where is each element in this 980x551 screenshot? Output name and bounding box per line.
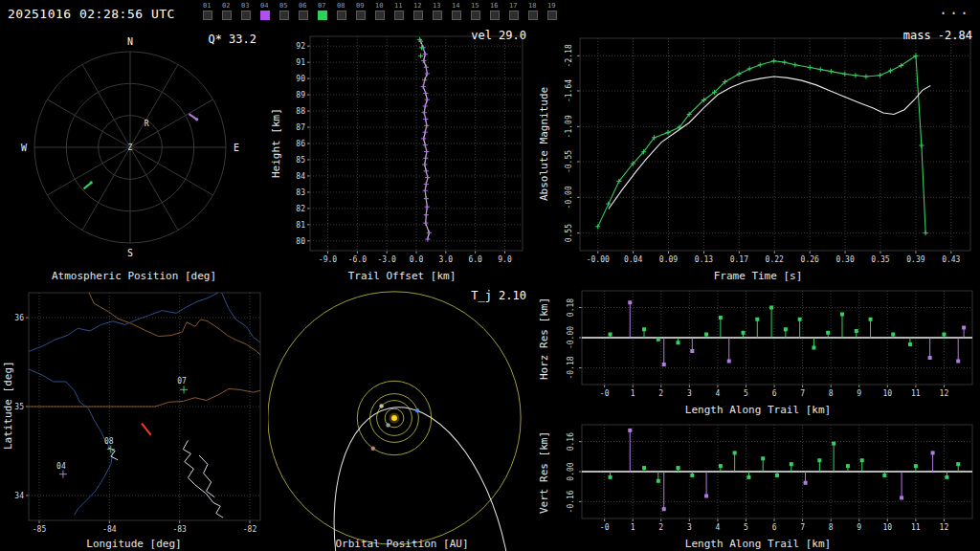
station-id-label: 11 [394, 3, 402, 10]
sky-svg: NESWZR [0, 27, 268, 283]
velocity-value: vel 29.0 [471, 29, 526, 42]
station-id-label: 18 [528, 3, 536, 10]
svg-text:89: 89 [296, 91, 305, 99]
svg-text:36: 36 [14, 314, 24, 322]
svg-text:-0.18: -0.18 [567, 356, 575, 379]
svg-text:1: 1 [631, 389, 635, 398]
svg-text:35: 35 [14, 403, 24, 411]
horz-residual-plot: -01234567891011120.18-0.00-0.18 [536, 283, 980, 417]
svg-text:0.09: 0.09 [659, 255, 678, 264]
svg-text:10: 10 [882, 523, 892, 532]
svg-text:83: 83 [296, 188, 305, 197]
station-indicator-box [433, 11, 442, 20]
svg-text:6.0: 6.0 [468, 255, 482, 264]
svg-text:R: R [145, 120, 149, 128]
station-indicator-box [241, 11, 251, 20]
station-indicator-box [299, 11, 308, 20]
station-id-label: 07 [318, 3, 325, 10]
station-id-label: 09 [356, 3, 364, 10]
station-toggle-11[interactable]: 11 [394, 3, 407, 20]
station-id-label: 12 [413, 3, 421, 10]
station-toggle-19[interactable]: 19 [547, 3, 560, 20]
svg-text:-0.00: -0.00 [565, 186, 573, 209]
svg-text:0.30: 0.30 [835, 255, 854, 264]
station-id-label: 14 [452, 3, 459, 10]
svg-text:04: 04 [56, 462, 66, 471]
station-toggle-02[interactable]: 02 [222, 3, 234, 20]
map-svg: -85-84-83-82343536040807 [0, 283, 268, 551]
svg-text:91: 91 [296, 58, 305, 67]
station-indicator-box [203, 11, 212, 20]
station-toggle-17[interactable]: 17 [509, 3, 522, 20]
station-id-label: 15 [471, 3, 479, 10]
svg-text:9: 9 [857, 523, 861, 532]
station-toggle-04[interactable]: 04 [260, 3, 273, 20]
svg-text:86: 86 [296, 140, 305, 148]
station-bar: 01020304050607080910111213141516171819 [203, 3, 560, 20]
orbit-svg [268, 283, 536, 551]
station-indicator-box [490, 11, 500, 20]
svg-text:34: 34 [14, 492, 24, 500]
svg-text:E: E [234, 143, 239, 153]
q-star-value: Q* 33.2 [208, 33, 256, 46]
svg-text:2: 2 [658, 389, 663, 398]
svg-text:-3.0: -3.0 [378, 255, 396, 264]
station-toggle-13[interactable]: 13 [433, 3, 445, 20]
top-bar: 20251016 02:28:56 UTC 010203040506070809… [0, 0, 980, 27]
menu-ellipsis[interactable]: ... [939, 1, 970, 18]
svg-text:5: 5 [744, 523, 748, 532]
station-toggle-15[interactable]: 15 [471, 3, 483, 20]
svg-text:-1.64: -1.64 [565, 79, 573, 102]
svg-text:11: 11 [911, 389, 921, 398]
station-toggle-14[interactable]: 14 [452, 3, 464, 20]
station-toggle-06[interactable]: 06 [299, 3, 311, 20]
svg-text:W: W [21, 143, 28, 153]
station-indicator-box [413, 11, 423, 20]
svg-text:0.22: 0.22 [766, 255, 784, 264]
station-id-label: 13 [433, 3, 440, 10]
station-indicator-box [509, 11, 519, 20]
svg-text:07: 07 [177, 377, 187, 386]
lightcurve-plot: -0.000.040.090.130.170.220.260.300.350.3… [536, 27, 980, 283]
svg-text:1: 1 [631, 523, 635, 532]
height-svg: -9.0-6.0-3.00.03.06.09.08081828384858687… [268, 27, 536, 283]
horz-svg: -01234567891011120.18-0.00-0.18 [536, 283, 980, 417]
station-id-label: 06 [299, 3, 306, 10]
svg-text:9.0: 9.0 [498, 255, 512, 264]
station-id-label: 19 [547, 3, 555, 10]
station-toggle-10[interactable]: 10 [375, 3, 388, 20]
station-toggle-18[interactable]: 18 [528, 3, 541, 20]
station-toggle-03[interactable]: 03 [241, 3, 254, 20]
svg-text:7: 7 [800, 523, 805, 532]
svg-text:0.39: 0.39 [906, 255, 924, 264]
svg-text:0.04: 0.04 [624, 255, 642, 264]
svg-text:5: 5 [744, 389, 748, 398]
station-toggle-16[interactable]: 16 [490, 3, 502, 20]
svg-text:3: 3 [687, 389, 692, 398]
station-indicator-box [260, 11, 270, 20]
svg-text:12: 12 [940, 389, 949, 398]
svg-text:82: 82 [296, 205, 305, 213]
svg-text:-82: -82 [243, 525, 257, 534]
station-toggle-07[interactable]: 07 [318, 3, 330, 20]
svg-text:-0.00: -0.00 [567, 326, 575, 349]
station-toggle-08[interactable]: 08 [337, 3, 349, 20]
svg-text:-1.09: -1.09 [565, 115, 573, 138]
height-vs-trail-offset-plot: -9.0-6.0-3.00.03.06.09.08081828384858687… [268, 27, 536, 283]
station-toggle-12[interactable]: 12 [413, 3, 426, 20]
station-id-label: 03 [241, 3, 249, 10]
svg-text:-0: -0 [600, 389, 610, 398]
station-toggle-01[interactable]: 01 [203, 3, 215, 20]
atmospheric-position-title: Atmospheric Position [deg] [0, 270, 268, 282]
svg-text:4: 4 [715, 389, 720, 398]
svg-text:0.26: 0.26 [801, 255, 819, 264]
station-toggle-09[interactable]: 09 [356, 3, 368, 20]
orbital-position-plot [268, 283, 536, 551]
trail-offset-axis-label: Trail Offset [km] [268, 270, 536, 282]
magnitude-axis-label: Absolute Magnitude [537, 33, 550, 254]
svg-text:4: 4 [715, 523, 720, 532]
orbit-panel: T_j 2.10 Orbital Position [AU] [268, 283, 536, 551]
svg-text:3: 3 [687, 523, 692, 532]
station-toggle-05[interactable]: 05 [279, 3, 292, 20]
horz-res-axis-label: Horz Res [km] [537, 289, 550, 388]
